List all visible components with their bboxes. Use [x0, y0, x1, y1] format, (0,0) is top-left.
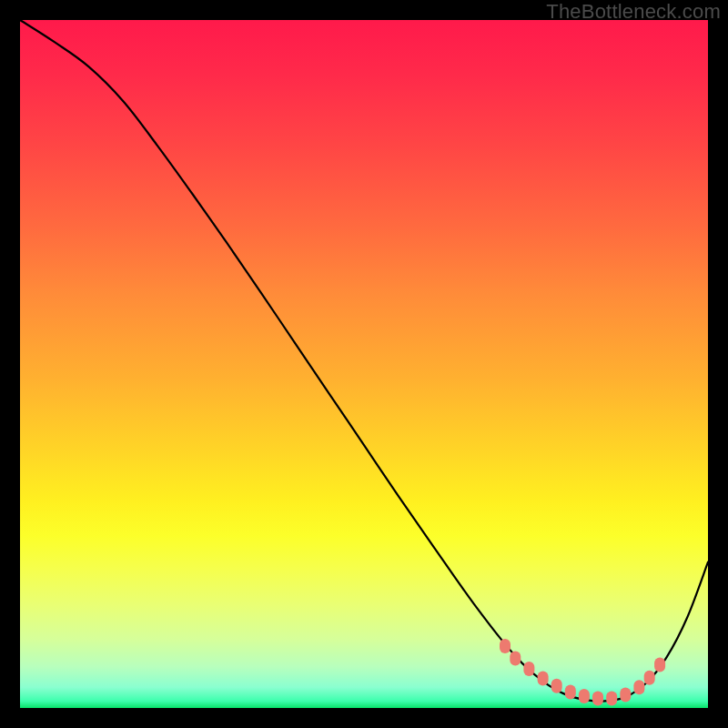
optimal-dot [644, 671, 655, 685]
optimal-dot [551, 679, 562, 693]
optimal-dot [565, 685, 576, 700]
plot-area [20, 20, 708, 708]
optimal-dot [633, 680, 644, 694]
bottleneck-curve [20, 20, 708, 702]
chart-svg [20, 20, 708, 708]
optimal-dot [510, 652, 521, 666]
optimal-dot [606, 691, 617, 705]
optimal-dot [592, 691, 603, 705]
optimal-dot [654, 657, 665, 672]
optimal-dot [620, 688, 631, 703]
watermark-text: TheBottleneck.com [546, 0, 721, 24]
optimal-dot [523, 662, 534, 676]
optimal-dot [500, 639, 511, 653]
chart-frame: TheBottleneck.com [0, 0, 728, 728]
optimal-dot [579, 689, 590, 703]
optimal-dot [538, 672, 549, 686]
optimal-zone-dots [500, 639, 665, 705]
